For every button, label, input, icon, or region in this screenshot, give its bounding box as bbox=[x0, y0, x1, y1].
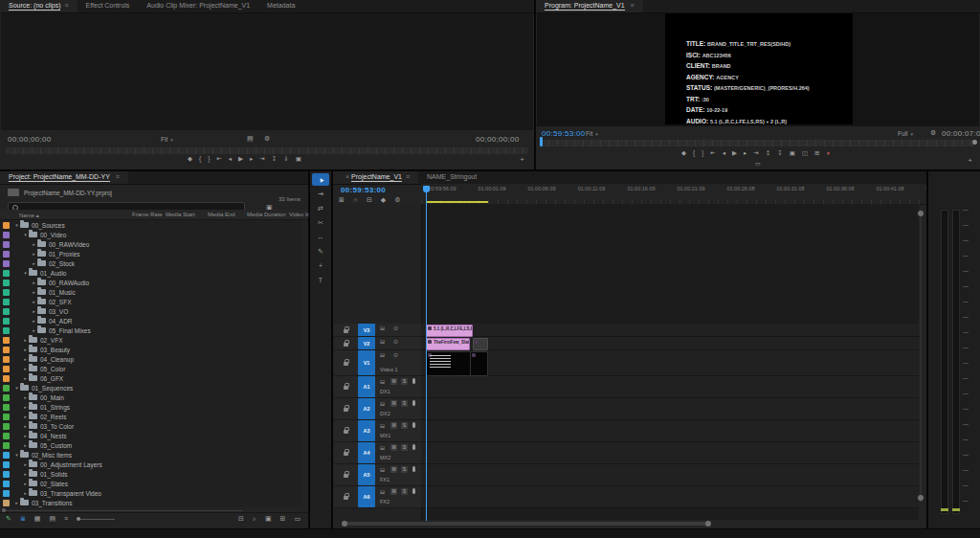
twirl-icon[interactable]: ▸ bbox=[22, 481, 29, 486]
play-icon[interactable]: ▶ bbox=[238, 156, 243, 163]
bin-row[interactable]: ▸05_Color bbox=[0, 364, 302, 373]
bin-row[interactable]: ▸05_Final Mixes bbox=[0, 325, 302, 335]
twirl-icon[interactable]: ▸ bbox=[22, 356, 29, 362]
track-select-a2[interactable]: A2 bbox=[358, 398, 375, 419]
bin-row[interactable]: ▸03_To Color bbox=[0, 421, 302, 431]
lock-icon[interactable] bbox=[344, 474, 348, 478]
clear-trash-icon[interactable]: ▭ bbox=[294, 515, 301, 522]
export-frame-icon[interactable]: ▣ bbox=[790, 150, 795, 157]
twirl-icon[interactable]: ▸ bbox=[22, 404, 29, 410]
source-zoom-select[interactable]: Fit▾ bbox=[161, 136, 173, 143]
voiceover-record-mic-icon[interactable] bbox=[412, 488, 415, 494]
twirl-icon[interactable]: ▸ bbox=[22, 366, 29, 371]
track-header-a4[interactable]: A4⊟MSMX2 bbox=[334, 442, 421, 464]
voiceover-record-mic-icon[interactable] bbox=[412, 378, 415, 384]
twirl-icon[interactable]: ▸ bbox=[22, 337, 29, 343]
twirl-icon[interactable]: ▸ bbox=[22, 461, 29, 467]
program-current-timecode[interactable]: 00:59:53:00 bbox=[542, 129, 586, 138]
mute-button[interactable]: M bbox=[390, 488, 397, 495]
mute-button[interactable]: M bbox=[390, 378, 397, 385]
clip-v2-extra[interactable] bbox=[473, 338, 488, 350]
source-scrubber[interactable] bbox=[6, 147, 528, 154]
bin-row[interactable]: ▸04_Cleanup bbox=[0, 354, 302, 364]
freeform-view-icon[interactable]: ▤ bbox=[49, 515, 56, 522]
sync-lock-icon[interactable]: ⊟ bbox=[380, 445, 385, 451]
track-header-a2[interactable]: A2⊟MSDX2 bbox=[334, 398, 421, 420]
lock-icon[interactable] bbox=[344, 496, 348, 500]
tab-effect-controls[interactable]: Effect Controls bbox=[78, 0, 139, 12]
twirl-icon[interactable]: ▸ bbox=[31, 299, 37, 304]
bin-row[interactable]: ▾01_Audio bbox=[0, 268, 302, 278]
tab-project[interactable]: Project: ProjectName_MM-DD-YY ≡ bbox=[0, 171, 128, 184]
bin-row[interactable]: ▸00_Adjustment Layers bbox=[0, 460, 302, 469]
track-output-eye-icon[interactable]: ⊙ bbox=[393, 352, 398, 358]
tab-program[interactable]: Program: ProjectName_V1 ≡ bbox=[536, 0, 643, 12]
bin-row[interactable]: ▸00_Main bbox=[0, 392, 302, 402]
automate-to-sequence-icon[interactable]: ⊟ bbox=[238, 515, 244, 522]
source-resolution-icon[interactable]: ▤ bbox=[247, 135, 254, 142]
sync-lock-icon[interactable]: ⊟ bbox=[380, 325, 385, 331]
twirl-icon[interactable]: ▾ bbox=[13, 222, 20, 228]
track-select-a3[interactable]: A3 bbox=[358, 420, 375, 441]
bin-row[interactable]: ▸05_Custom bbox=[0, 440, 302, 450]
twirl-icon[interactable]: ▸ bbox=[31, 327, 37, 333]
track-select-v3[interactable]: V3 bbox=[358, 324, 375, 336]
track-select-a5[interactable]: A5 bbox=[358, 464, 375, 485]
mute-button[interactable]: M bbox=[390, 444, 397, 451]
solo-button[interactable]: S bbox=[401, 466, 408, 473]
track-header-a6[interactable]: A6⊟MSFX2 bbox=[334, 486, 421, 508]
timeline-hscrollbar[interactable] bbox=[345, 522, 708, 526]
hscroll-handle-left[interactable] bbox=[342, 521, 347, 527]
solo-button[interactable]: S bbox=[401, 400, 408, 407]
bin-row[interactable]: ▸01_Solids bbox=[0, 469, 302, 479]
bin-row[interactable]: ▾02_Misc Items bbox=[0, 450, 302, 460]
zoom-slider-handle[interactable] bbox=[77, 517, 80, 521]
find-icon[interactable]: ⌕ bbox=[253, 515, 256, 522]
project-file-row[interactable]: ProjectName_MM-DD-YY.prproj bbox=[8, 189, 112, 196]
twirl-icon[interactable]: ▸ bbox=[22, 394, 29, 400]
track-lane-a6[interactable] bbox=[421, 486, 919, 508]
twirl-icon[interactable]: ▸ bbox=[22, 442, 29, 448]
mark-in-icon[interactable]: { bbox=[199, 156, 201, 163]
play-icon[interactable]: ▶ bbox=[732, 150, 737, 157]
go-to-out-icon[interactable]: ⇥ bbox=[753, 150, 758, 157]
twirl-icon[interactable]: ▸ bbox=[31, 280, 37, 285]
slip-tool[interactable]: ↔ bbox=[312, 231, 329, 243]
bin-row[interactable]: ▸03_Transparent Video bbox=[0, 488, 302, 498]
new-item-icon[interactable]: ⊞ bbox=[280, 515, 286, 522]
twirl-icon[interactable]: ▸ bbox=[22, 414, 29, 419]
go-to-in-icon[interactable]: ⇤ bbox=[216, 156, 221, 163]
track-select-v1[interactable]: V1 bbox=[358, 350, 375, 375]
multi-camera-icon[interactable]: ⊞ bbox=[814, 150, 819, 157]
sync-lock-icon[interactable]: ⊟ bbox=[380, 423, 385, 429]
go-to-out-icon[interactable]: ⇥ bbox=[259, 156, 264, 163]
panel-menu-icon[interactable]: ≡ bbox=[116, 173, 120, 180]
voiceover-record-mic-icon[interactable] bbox=[412, 466, 415, 472]
comparison-view-icon[interactable]: ◫ bbox=[802, 150, 808, 157]
twirl-icon[interactable]: ▸ bbox=[31, 241, 37, 247]
sync-lock-icon[interactable]: ⊟ bbox=[380, 339, 385, 345]
track-output-eye-icon[interactable]: ⊙ bbox=[393, 339, 398, 345]
lock-icon[interactable] bbox=[344, 430, 348, 434]
export-frame-icon[interactable]: ▣ bbox=[296, 156, 301, 163]
lift-icon[interactable]: ↥ bbox=[766, 150, 770, 157]
mark-out-icon[interactable]: } bbox=[208, 156, 210, 163]
writable-pencil-icon[interactable]: ✎ bbox=[6, 515, 11, 522]
track-lane-a5[interactable] bbox=[421, 464, 919, 486]
track-select-v2[interactable]: V2 bbox=[358, 337, 375, 349]
mute-button[interactable]: M bbox=[390, 400, 397, 407]
track-select-a4[interactable]: A4 bbox=[358, 442, 375, 463]
add-marker-icon[interactable]: ◆ bbox=[188, 156, 192, 163]
panel-menu-icon[interactable]: ≡ bbox=[64, 2, 68, 9]
bin-row[interactable]: ▸03_Transitions bbox=[0, 498, 302, 507]
bin-row[interactable]: ▸06_GFX bbox=[0, 373, 302, 383]
solo-button[interactable]: S bbox=[401, 444, 408, 451]
program-settings-wrench-icon[interactable]: ⚙ bbox=[930, 129, 936, 136]
clip-v3-audio-config[interactable]: 5.1 (L,R,C,LFE,LS,RS) bbox=[426, 325, 473, 337]
track-header-v1[interactable]: V1⊟⊙Video 1 bbox=[334, 350, 421, 376]
tab-audio-clip-mixer-projectname-v1[interactable]: Audio Clip Mixer: ProjectName_V1 bbox=[138, 0, 258, 12]
track-lane-a2[interactable] bbox=[421, 398, 919, 420]
sync-lock-icon[interactable]: ⊟ bbox=[380, 467, 385, 473]
program-scrubber[interactable] bbox=[540, 140, 976, 146]
track-header-a5[interactable]: A5⊟MSFX1 bbox=[334, 464, 421, 486]
